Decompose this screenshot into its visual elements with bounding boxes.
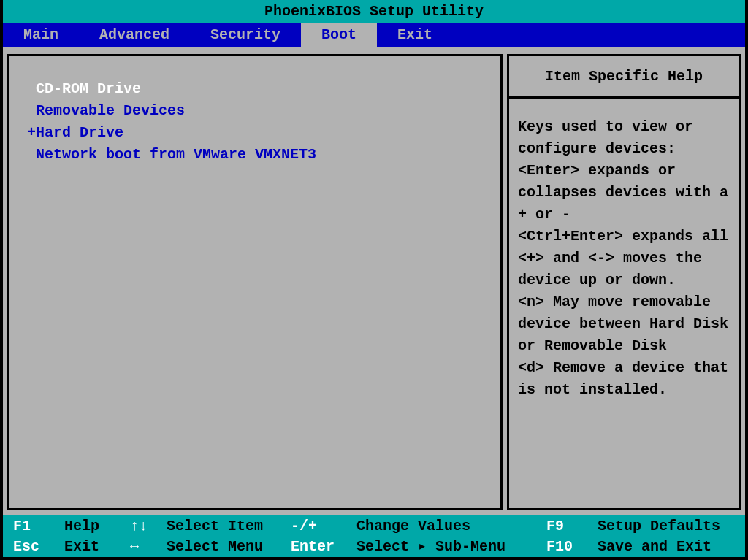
tab-main[interactable]: Main [3,23,79,47]
help-header: Item Specific Help [509,56,739,99]
help-body: Keys used to view or configure devices:<… [509,99,739,418]
hint-key-enter: Enter [291,537,356,557]
hint-action-select-menu: Select Menu [167,537,291,557]
tab-security[interactable]: Security [190,23,301,47]
boot-order-panel: CD-ROM Drive Removable Devices+Hard Driv… [7,54,503,510]
hint-key-updown: ↑↓ [130,516,167,537]
help-line: <Ctrl+Enter> expands all [518,226,730,248]
footer-row-2: Esc Exit ↔ Select Menu Enter Select ▸ Su… [13,537,735,557]
boot-item[interactable]: CD-ROM Drive [27,78,483,100]
hint-key-f10: F10 [546,537,598,557]
boot-item[interactable]: +Hard Drive [27,122,483,144]
help-line: <n> May move removable device between Ha… [518,291,730,357]
bios-screen: PhoenixBIOS Setup Utility Main Advanced … [0,0,748,560]
content-area: CD-ROM Drive Removable Devices+Hard Driv… [0,47,748,515]
tab-boot[interactable]: Boot [301,23,377,47]
boot-item[interactable]: Removable Devices [27,100,483,122]
footer-hints: F1 Help ↑↓ Select Item -/+ Change Values… [0,515,748,560]
hint-key-plusminus: -/+ [291,516,356,537]
hint-action-submenu: Select ▸ Sub-Menu [356,537,546,557]
hint-action-help: Help [64,516,130,537]
help-line: <d> Remove a device that is not installe… [518,357,730,401]
hint-action-select-item: Select Item [167,516,291,537]
help-line: <Enter> expands or collapses devices wit… [518,160,730,226]
app-title: PhoenixBIOS Setup Utility [264,3,484,20]
hint-key-f1: F1 [13,516,64,537]
tab-exit[interactable]: Exit [377,23,453,47]
tab-advanced[interactable]: Advanced [79,23,190,47]
hint-action-save-exit: Save and Exit [598,537,735,557]
help-line: Keys used to view or configure devices: [518,116,730,160]
hint-key-f9: F9 [546,516,598,537]
menu-bar: Main Advanced Security Boot Exit [0,23,748,47]
hint-key-leftright: ↔ [130,537,167,557]
hint-action-change-values: Change Values [356,516,546,537]
title-bar: PhoenixBIOS Setup Utility [0,0,748,23]
hint-key-esc: Esc [13,537,64,557]
help-line: <+> and <-> moves the device up or down. [518,248,730,291]
hint-action-defaults: Setup Defaults [598,516,735,537]
boot-item[interactable]: Network boot from VMware VMXNET3 [27,144,483,166]
hint-action-exit: Exit [64,537,130,557]
help-panel: Item Specific Help Keys used to view or … [507,54,741,510]
footer-row-1: F1 Help ↑↓ Select Item -/+ Change Values… [13,516,735,537]
